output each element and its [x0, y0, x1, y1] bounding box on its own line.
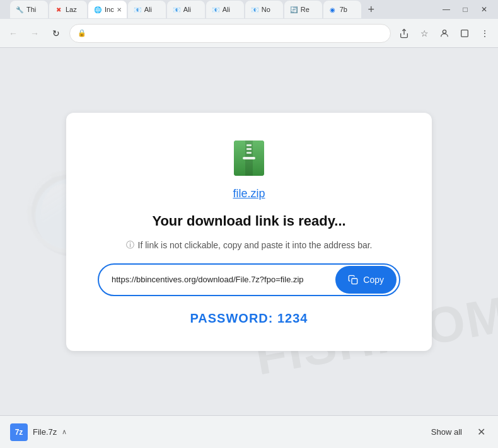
address-bar-actions: ☆ ⋮	[396, 25, 493, 42]
tab1-favicon: 🔧	[15, 5, 24, 14]
copy-button-label: Copy	[363, 275, 384, 285]
browser-tab-2[interactable]: ✖ Laz	[49, 1, 87, 18]
address-bar-row: ← → ↻ 🔒 ☆ ⋮	[0, 19, 498, 48]
zip-file-icon	[229, 138, 269, 178]
maximize-button[interactable]: □	[456, 3, 474, 16]
share-button[interactable]	[396, 25, 412, 42]
download-filename: File.7z	[33, 427, 57, 437]
password-row: PASSWORD: 1234	[190, 311, 308, 326]
tab8-label: Re	[301, 6, 317, 13]
back-button[interactable]: ←	[5, 25, 21, 42]
download-card: file.zip Your download link is ready... …	[66, 113, 432, 351]
minimize-button[interactable]: —	[437, 3, 455, 16]
tab3-favicon: 🌐	[93, 5, 102, 14]
download-bar-close-button[interactable]: ✕	[475, 425, 488, 439]
tab7-label: No	[262, 6, 278, 13]
download-file-icon: 7z	[10, 423, 28, 441]
tab7-favicon: 📧	[250, 5, 259, 14]
reload-button[interactable]: ↻	[48, 25, 64, 42]
address-bar[interactable]: 🔒	[69, 24, 391, 43]
window-controls: — □ ✕	[437, 3, 493, 16]
tab1-label: Thi	[26, 6, 43, 13]
extensions-button[interactable]	[456, 25, 473, 42]
lock-icon: 🔒	[78, 29, 86, 37]
url-row: https://bbincentives.org/download/File.7…	[98, 263, 400, 296]
copy-icon	[348, 275, 358, 285]
bookmark-button[interactable]: ☆	[416, 25, 432, 42]
page-content: 🔍 FISH.COM	[0, 48, 498, 415]
title-bar: 🔧 Thi ✖ Laz 🌐 Inc ✕ 📧 Ali 📧 Ali 📧 Ali	[0, 0, 498, 19]
info-row: ⓘ If link is not clickable, copy and pas…	[126, 239, 373, 251]
svg-rect-6	[246, 148, 252, 150]
browser-tab-9[interactable]: ◉ 7b	[323, 1, 361, 18]
tab6-favicon: 📧	[211, 5, 220, 14]
tab5-favicon: 📧	[172, 5, 181, 14]
svg-rect-9	[352, 279, 357, 284]
download-bar: 7z File.7z ∧ Show all ✕	[0, 415, 498, 448]
tab3-close-icon[interactable]: ✕	[117, 6, 122, 13]
file-icon-wrapper	[229, 138, 269, 178]
tab4-label: Ali	[144, 6, 161, 13]
tab2-label: Laz	[66, 6, 82, 13]
browser-tab-3[interactable]: 🌐 Inc ✕	[88, 1, 127, 18]
tabs-container: 🔧 Thi ✖ Laz 🌐 Inc ✕ 📧 Ali 📧 Ali 📧 Ali	[10, 1, 432, 18]
tab9-label: 7b	[340, 6, 356, 13]
browser-tab-7[interactable]: 📧 No	[245, 1, 283, 18]
browser-tab-8[interactable]: 🔄 Re	[284, 1, 322, 18]
filename[interactable]: file.zip	[233, 187, 265, 200]
download-headline: Your download link is ready...	[152, 213, 345, 229]
close-button[interactable]: ✕	[475, 3, 493, 16]
svg-rect-1	[461, 30, 468, 37]
copy-button[interactable]: Copy	[335, 266, 397, 294]
svg-rect-8	[243, 157, 255, 159]
menu-button[interactable]: ⋮	[477, 25, 493, 42]
tab2-favicon: ✖	[54, 5, 63, 14]
tab3-label: Inc	[105, 6, 114, 13]
show-all-button[interactable]: Show all	[426, 425, 467, 439]
info-icon: ⓘ	[126, 239, 134, 251]
tab4-favicon: 📧	[133, 5, 142, 14]
download-item: 7z File.7z ∧	[10, 423, 67, 441]
browser-tab-4[interactable]: 📧 Ali	[128, 1, 166, 18]
svg-point-0	[443, 30, 446, 33]
expand-icon[interactable]: ∧	[62, 428, 67, 436]
browser-tab-6[interactable]: 📧 Ali	[206, 1, 244, 18]
profile-button[interactable]	[436, 25, 453, 42]
browser-tab-5[interactable]: 📧 Ali	[167, 1, 205, 18]
new-tab-button[interactable]: +	[362, 1, 380, 18]
tab6-label: Ali	[223, 6, 239, 13]
forward-button[interactable]: →	[26, 25, 43, 42]
svg-rect-5	[246, 144, 252, 146]
svg-rect-7	[246, 152, 252, 154]
download-url[interactable]: https://bbincentives.org/download/File.7…	[99, 275, 335, 284]
tab9-favicon: ◉	[328, 5, 337, 14]
tab8-favicon: 🔄	[289, 5, 298, 14]
browser-tab-1[interactable]: 🔧 Thi	[10, 1, 48, 18]
info-text: If link is not clickable, copy and paste…	[138, 240, 373, 250]
tab5-label: Ali	[183, 6, 200, 13]
